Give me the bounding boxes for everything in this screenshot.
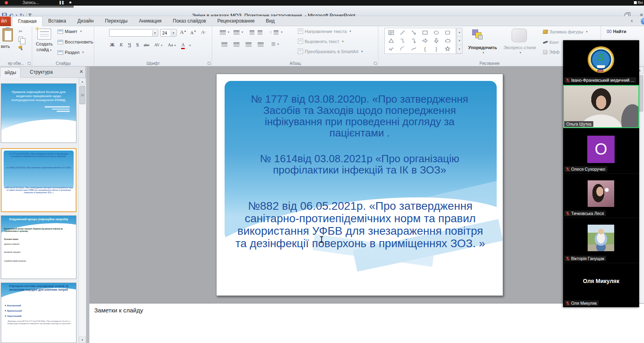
align-center-icon[interactable]	[233, 42, 239, 47]
quick-styles-button[interactable]: Экспресс-стили	[498, 45, 541, 50]
slide-paragraph-3[interactable]: №882 від 06.05.2021р. «Про затвердження …	[231, 200, 489, 250]
change-case-button[interactable]: Aa▼	[168, 42, 176, 47]
chevron-down-icon[interactable]: ▼	[152, 30, 157, 36]
tab-insert[interactable]: Вставка	[43, 16, 72, 26]
star-shape-icon[interactable]	[442, 45, 453, 53]
font-name-combo[interactable]: ▼	[109, 29, 158, 37]
tab-review[interactable]: Рецензирование	[212, 16, 260, 26]
oval-shape-icon[interactable]	[431, 29, 442, 37]
section-button[interactable]: Раздел▼	[58, 50, 84, 55]
clear-formatting-button[interactable]: A̶	[201, 29, 204, 35]
reset-button[interactable]: Восстановить	[58, 39, 93, 44]
cut-icon[interactable]: ✂	[19, 29, 23, 34]
scribble-shape-icon[interactable]	[386, 45, 397, 53]
chevron-down-icon[interactable]: ▼	[171, 30, 176, 36]
quick-styles-dropdown-icon[interactable]: ▼	[519, 52, 522, 54]
participant-tile-olga-shutka[interactable]: Ольга Шутка	[563, 85, 639, 128]
tab-home[interactable]: Главная	[12, 16, 43, 27]
font-color-dropdown-icon[interactable]: ▼	[189, 44, 191, 47]
shrink-font-button[interactable]: A▼	[190, 30, 196, 35]
rounded-rectangle-shape-icon[interactable]	[442, 29, 453, 37]
elbow-arrow-connector-icon[interactable]	[408, 37, 419, 45]
slide-thumbnail-4[interactable]: Спрощена система класифікації шляхів та …	[1, 283, 76, 343]
slide-canvas[interactable]: № 1777 від 03.08.2020р. «Про затвердженн…	[216, 74, 503, 296]
tab-animations[interactable]: Анимация	[133, 16, 167, 26]
pause-recording-button[interactable]: ❚❚	[59, 0, 64, 4]
new-slide-label-1[interactable]: Создать	[33, 41, 56, 46]
notes-placeholder[interactable]: Заметки к слайду	[94, 307, 143, 314]
columns-icon[interactable]: ▥	[271, 41, 275, 46]
numbering-icon[interactable]	[233, 30, 239, 35]
elbow-connector-icon[interactable]	[397, 37, 408, 45]
paragraph-dialog-launcher-icon[interactable]	[374, 62, 377, 65]
tab-slideshow[interactable]: Показ слайдов	[167, 16, 212, 26]
format-painter-icon[interactable]	[18, 45, 23, 50]
tab-outline[interactable]: Структура	[26, 67, 57, 78]
curve-shape-icon[interactable]	[408, 45, 419, 53]
scroll-up-icon[interactable]: ▲	[457, 28, 462, 37]
clipboard-dialog-launcher-icon[interactable]	[28, 62, 31, 65]
arrow-shape-icon[interactable]	[408, 29, 419, 37]
font-color-button[interactable]: А	[181, 42, 185, 49]
right-brace-shape-icon[interactable]: }	[431, 45, 442, 53]
shapes-gallery-scrollbar[interactable]: ▲▼▼	[456, 28, 462, 54]
text-shadow-button[interactable]: S	[136, 42, 139, 48]
scroll-down-icon[interactable]: ▼	[79, 337, 86, 343]
participant-tile-tychkovska-lesya[interactable]: Тичковська Леся	[563, 174, 639, 217]
tab-view[interactable]: Вид	[260, 16, 281, 26]
align-left-icon[interactable]	[221, 42, 227, 47]
slide-paragraph-2[interactable]: № 1614від 03.08.2021р «Про організацію п…	[248, 153, 471, 176]
copy-icon[interactable]	[19, 37, 23, 42]
arrange-icon[interactable]	[472, 29, 484, 41]
increase-indent-icon[interactable]	[258, 30, 262, 35]
participant-tile-viktoria-hanushchak[interactable]: Вікторія Ганущак	[563, 218, 639, 262]
stop-recording-button[interactable]: ■	[69, 0, 71, 4]
line-spacing-dropdown-icon[interactable]: ▼	[281, 31, 283, 33]
cloud-shape-icon[interactable]	[442, 37, 453, 45]
shape-outline-button[interactable]: Конт	[543, 40, 559, 45]
columns-dropdown-icon[interactable]: ▼	[277, 43, 279, 45]
strikethrough-button[interactable]: abe	[144, 43, 149, 47]
quick-styles-icon[interactable]	[512, 29, 527, 42]
pane-splitter[interactable]	[86, 66, 89, 343]
align-right-icon[interactable]	[246, 42, 252, 47]
scrollbar-thumb[interactable]	[79, 86, 85, 104]
slide-thumbnail-2-selected[interactable]: № 1777 від 03.08.2020р. «Про затвердженн…	[1, 148, 76, 212]
find-button[interactable]: Найти	[607, 29, 626, 34]
slide-thumbnail-3[interactable]: Епідемічний процес (інфекційна хвороба) …	[1, 215, 76, 279]
right-arrow-shape-icon[interactable]	[419, 37, 431, 45]
slide-paragraph-1[interactable]: № 1777 від 03.08.2020р. «Про затвердженн…	[248, 93, 471, 138]
participant-tile-university[interactable]: S 1939 Івано-Франківський медичний ...	[563, 40, 639, 84]
bullets-icon[interactable]	[220, 30, 226, 35]
shape-effects-button[interactable]: Эфф	[543, 50, 559, 54]
numbering-dropdown-icon[interactable]: ▼	[241, 31, 244, 33]
new-slide-label-2[interactable]: слайд▼	[33, 47, 56, 52]
scroll-up-icon[interactable]: ▲	[79, 78, 86, 85]
font-size-combo[interactable]: 24▼	[160, 29, 177, 37]
slides-pane-scrollbar[interactable]: ▲ ▼	[78, 78, 86, 343]
slide-thumbnail-1[interactable]: Правила інфекційної безпеки для медичних…	[1, 83, 76, 143]
text-direction-button[interactable]: Направление текста▼	[298, 29, 351, 34]
line-shape-icon[interactable]	[397, 29, 408, 37]
scroll-down-icon[interactable]: ▼	[457, 37, 462, 45]
convert-smartart-button[interactable]: Преобразовать в SmartArt▼	[298, 49, 363, 54]
bullets-dropdown-icon[interactable]: ▼	[227, 31, 230, 33]
collapse-ribbon-icon[interactable]: ∧	[630, 19, 633, 23]
new-slide-icon[interactable]	[37, 29, 51, 39]
font-dialog-launcher-icon[interactable]	[208, 62, 211, 65]
participant-tile-olesya-sukhoruchko[interactable]: О Олеся Сухоручко	[563, 129, 639, 173]
tab-slides[interactable]: айды	[0, 67, 21, 78]
left-brace-shape-icon[interactable]: {	[419, 45, 431, 53]
triangle-shape-icon[interactable]	[386, 37, 397, 45]
shape-fill-button[interactable]: Заливка фигуры▼	[543, 29, 588, 34]
line-spacing-icon[interactable]: ↕	[270, 29, 272, 34]
align-text-button[interactable]: Выровнять текст▼	[298, 39, 344, 44]
underline-button[interactable]: Ч	[128, 42, 131, 48]
layout-button[interactable]: Макет▼	[58, 29, 82, 34]
bold-button[interactable]: Ж	[110, 42, 115, 48]
down-arrow-shape-icon[interactable]	[431, 37, 442, 45]
arc-shape-icon[interactable]	[397, 45, 408, 53]
rectangle-shape-icon[interactable]	[419, 29, 431, 37]
tab-design[interactable]: Дизайн	[72, 16, 99, 26]
arrange-button[interactable]: Упорядочить	[463, 45, 502, 50]
